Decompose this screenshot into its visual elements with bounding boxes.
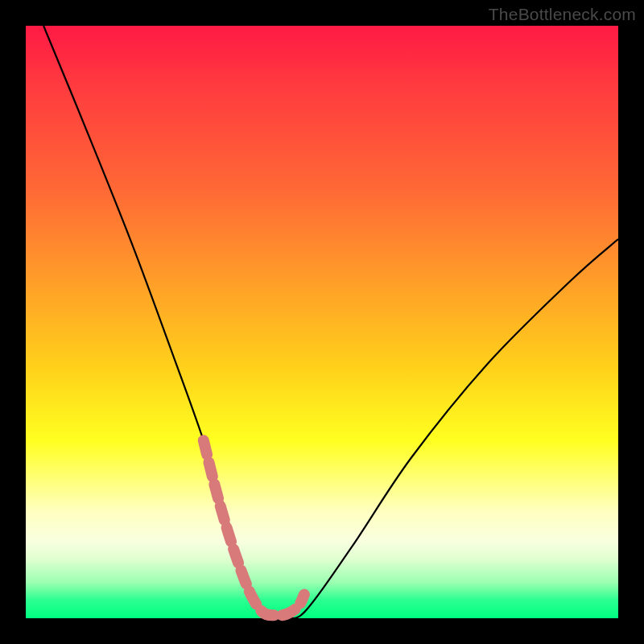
watermark-text: TheBottleneck.com: [489, 5, 636, 24]
bottleneck-curve: [43, 26, 618, 618]
curve-layer: [26, 26, 618, 618]
plot-area: [26, 26, 618, 618]
sweet-spot-highlight: [204, 440, 304, 615]
chart-frame: TheBottleneck.com: [0, 0, 644, 644]
